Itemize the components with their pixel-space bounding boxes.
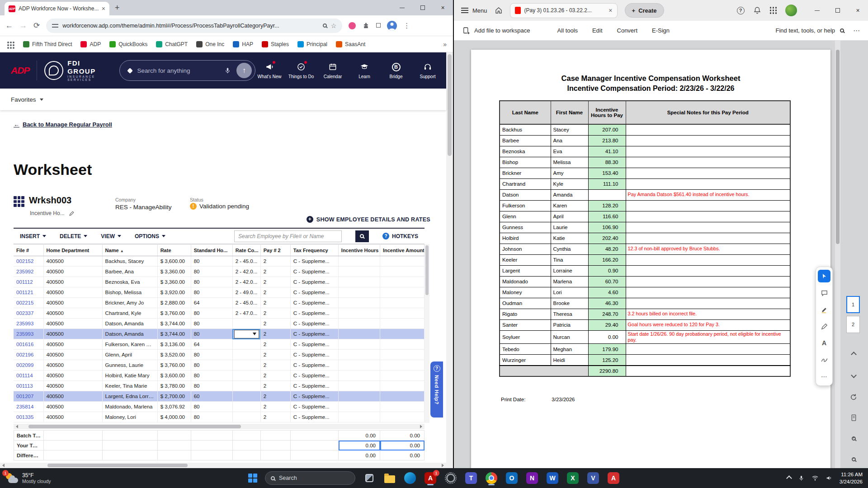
browser-tab[interactable]: ADP ADP Workforce Now - Workshe... × xyxy=(5,2,109,15)
bookmark-star-icon[interactable]: ☆ xyxy=(331,22,337,29)
find-button[interactable]: Find text, tools, or help xyxy=(775,27,844,34)
document-tab[interactable]: (Pay 3) 01.23.26 - 03.22.2... × xyxy=(510,3,618,18)
cell-home-department[interactable]: 400500 xyxy=(43,412,102,422)
cell-incentive-hours[interactable] xyxy=(338,391,380,402)
cell-incentive-amount[interactable] xyxy=(380,319,424,329)
cell-home-department[interactable]: 400500 xyxy=(43,371,102,381)
cell-rate[interactable]: $ 4,000.00 xyxy=(157,412,191,422)
cell-pay-2[interactable]: 2 xyxy=(260,267,290,277)
file-number-link[interactable]: 001113 xyxy=(14,381,43,391)
grid-row-235992[interactable]: 235992400500Barbee, Ana$ 3,360.00802 - 4… xyxy=(14,267,425,277)
cell-incentive-hours[interactable] xyxy=(338,350,380,360)
cell-pay-2[interactable]: 2 xyxy=(260,350,290,360)
bookmark-quickbooks[interactable]: QuickBooks xyxy=(109,41,147,47)
minimize-button[interactable] xyxy=(807,0,827,21)
cell-standard-hours[interactable]: 80 xyxy=(191,329,232,339)
cell-incentive-amount[interactable] xyxy=(380,287,424,298)
cell-standard-hours[interactable]: 80 xyxy=(191,350,232,360)
more-tools-icon[interactable]: ⋯ xyxy=(818,370,830,383)
draw-tool-icon[interactable] xyxy=(818,320,830,333)
cell-tax-frequency[interactable]: C - Suppleme... xyxy=(290,412,338,422)
cell-home-department[interactable]: 400500 xyxy=(43,329,102,339)
cell-incentive-hours[interactable] xyxy=(338,339,380,350)
hotkeys-button[interactable]: ?HOTKEYS xyxy=(382,233,418,239)
cell-pay-2[interactable]: 2 xyxy=(260,360,290,371)
grid-row-001121[interactable]: 001121400500Bishop, Melissa$ 3,920.00802… xyxy=(14,287,425,298)
cell-incentive-amount[interactable] xyxy=(380,391,424,402)
cell-home-department[interactable]: 400500 xyxy=(43,402,102,412)
cell-tax-frequency[interactable]: C - Suppleme... xyxy=(290,350,338,360)
cell-rate[interactable]: $ 3,600.00 xyxy=(157,371,191,381)
cell-rate[interactable]: $ 3,760.00 xyxy=(157,360,191,371)
cell-rate[interactable]: $ 3,600.00 xyxy=(157,256,191,267)
bookmark-principal[interactable]: Principal xyxy=(297,41,327,47)
file-number-link[interactable]: 235993 xyxy=(14,329,43,339)
cell-rate-code[interactable]: 2 - 45.0... xyxy=(232,298,260,308)
grid-row-002152[interactable]: 002152400500Backhus, Stacey$ 3,600.00802… xyxy=(14,256,425,267)
puzzle-icon[interactable] xyxy=(362,22,370,29)
file-number-link[interactable]: 001114 xyxy=(14,371,43,381)
add-file-button[interactable]: Add file to workspace xyxy=(462,27,530,35)
zoom-in-icon[interactable]: + xyxy=(847,432,860,445)
favorites-label[interactable]: Favorites xyxy=(11,96,36,103)
cell-rate[interactable]: $ 3,920.00 xyxy=(157,287,191,298)
cell-rate-code[interactable] xyxy=(232,381,260,391)
grid-row-235814[interactable]: 235814400500Maldonado, Marlena$ 3,076.92… xyxy=(14,402,425,412)
grid-row-001616[interactable]: 001616400500Fulkerson, Karen Danz$ 3,136… xyxy=(14,339,425,350)
cell-rate-code[interactable] xyxy=(232,360,260,371)
menu-options[interactable]: OPTIONS xyxy=(135,233,165,239)
back-icon[interactable]: ← xyxy=(5,21,13,30)
cell-pay-2[interactable]: 2 xyxy=(260,371,290,381)
grid-col-file[interactable]: File # xyxy=(14,244,43,256)
cell-incentive-hours[interactable] xyxy=(338,371,380,381)
scroll-right-icon[interactable] xyxy=(420,425,422,428)
acrobat-menu-button[interactable]: Menu xyxy=(461,7,487,14)
cell-tax-frequency[interactable]: C - Suppleme... xyxy=(290,391,338,402)
help-icon[interactable]: ? xyxy=(737,7,745,14)
grid-col-incentive-amount[interactable]: Incentive Amount xyxy=(380,244,424,256)
cell-name[interactable]: Datson, Amanda xyxy=(102,329,157,339)
cell-rate[interactable]: $ 3,760.00 xyxy=(157,308,191,319)
cell-standard-hours[interactable]: 80 xyxy=(191,256,232,267)
refresh-icon[interactable]: ⟳ xyxy=(33,21,40,30)
cell-rate[interactable]: $ 3,744.00 xyxy=(157,329,191,339)
cell-incentive-hours[interactable] xyxy=(338,287,380,298)
taskbar-app-excel[interactable]: X xyxy=(566,471,579,485)
document-tab-close-icon[interactable]: × xyxy=(609,7,612,14)
file-number-link[interactable]: 001121 xyxy=(14,287,43,298)
cell-incentive-amount[interactable] xyxy=(380,381,424,391)
zoom-out-icon[interactable]: − xyxy=(847,453,860,465)
comment-tool-icon[interactable] xyxy=(818,286,830,299)
cell-tax-frequency[interactable]: C - Suppleme... xyxy=(290,256,338,267)
cell-name[interactable]: Bishop, Melissa xyxy=(102,287,157,298)
cell-name[interactable]: Backhus, Stacey xyxy=(102,256,157,267)
grid-col-standard-ho[interactable]: Standard Ho... xyxy=(191,244,232,256)
grid-col-name[interactable]: Name ▲ xyxy=(102,244,157,256)
cell-tax-frequency[interactable]: C - Suppleme... xyxy=(290,402,338,412)
grid-scrollbar-thumb[interactable] xyxy=(425,245,429,295)
forward-icon[interactable]: → xyxy=(19,21,27,30)
grid-row-001112[interactable]: 001112400500Beznoska, Eva$ 3,360.00802 -… xyxy=(14,277,425,287)
adp-search-bar[interactable]: Search for anything ↑ xyxy=(119,60,255,81)
cell-standard-hours[interactable]: 64 xyxy=(191,298,232,308)
bookmark-adp[interactable]: ADP xyxy=(80,41,101,47)
cell-incentive-amount[interactable] xyxy=(380,267,424,277)
cell-standard-hours[interactable]: 80 xyxy=(191,287,232,298)
menu-delete[interactable]: DELETE xyxy=(60,233,87,239)
cell-tax-frequency[interactable]: C - Suppleme... xyxy=(290,360,338,371)
scroll-left-icon[interactable] xyxy=(16,425,18,428)
grid-horizontal-scrollbar[interactable] xyxy=(14,424,425,429)
cell-incentive-amount[interactable] xyxy=(380,256,424,267)
cell-pay-2[interactable]: 2 xyxy=(260,329,290,339)
cell-incentive-amount[interactable] xyxy=(380,360,424,371)
account-avatar[interactable] xyxy=(785,5,797,16)
toolbar-all-tools[interactable]: All tools xyxy=(557,27,578,34)
search-submit-icon[interactable]: ↑ xyxy=(236,63,252,78)
grid-row-002099[interactable]: 002099400500Gunness, Laurie$ 3,760.00802… xyxy=(14,360,425,371)
taskbar-clock[interactable]: 11:26 AM 3/24/2026 xyxy=(840,471,863,485)
cell-name[interactable]: Maldonado, Marlena xyxy=(102,402,157,412)
cell-incentive-hours[interactable] xyxy=(338,402,380,412)
taskbar-app-edge[interactable] xyxy=(404,471,416,485)
pdf-scrollbar-thumb[interactable] xyxy=(836,50,840,244)
bookmark-hap[interactable]: HAP xyxy=(233,41,253,47)
